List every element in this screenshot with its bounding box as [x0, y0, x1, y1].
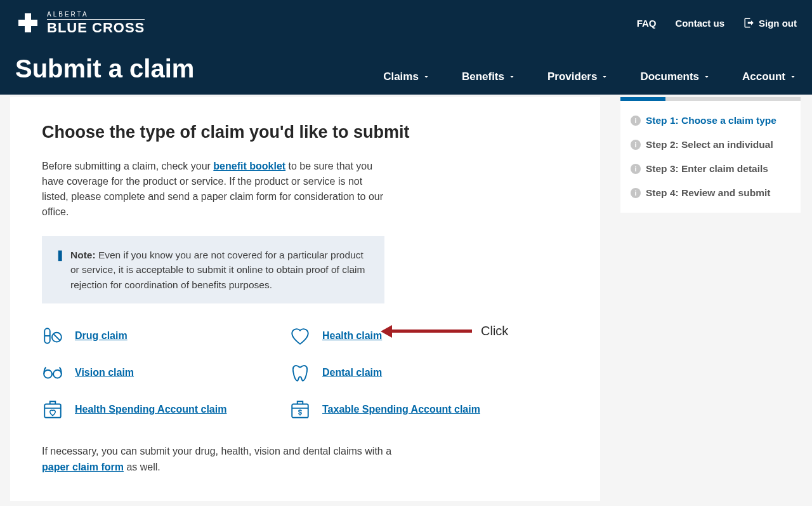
intro-pre: Before submitting a claim, check your [42, 161, 213, 171]
hsa-claim-item: Health Spending Account claim [42, 399, 289, 420]
sign-out-icon [743, 17, 755, 29]
heart-icon [289, 325, 311, 347]
content: Choose the type of claim you'd like to s… [0, 95, 812, 501]
nav-benefits-label: Benefits [462, 70, 504, 83]
health-claim-link[interactable]: Health claim [322, 330, 382, 342]
contact-link[interactable]: Contact us [675, 18, 724, 29]
step-sidebar: i Step 1: Choose a claim type i Step 2: … [620, 97, 801, 501]
header: ALBERTA BLUE CROSS FAQ Contact us Sign o… [0, 0, 812, 95]
claim-type-grid: Drug claim Health claim Vision claim [42, 325, 537, 420]
benefit-booklet-link[interactable]: benefit booklet [213, 161, 285, 171]
step-4-label: Step 4: Review and submit [646, 187, 770, 199]
main-nav: Claims Benefits Providers Documents Acco… [383, 70, 797, 83]
note-text: Note: Even if you know you are not cover… [70, 248, 370, 292]
tsa-claim-link[interactable]: Taxable Spending Account claim [322, 404, 480, 415]
page-title: Submit a claim [15, 55, 194, 83]
pill-icon [42, 325, 63, 347]
svg-point-5 [53, 370, 62, 378]
faq-link[interactable]: FAQ [637, 18, 657, 29]
box-heart-icon [42, 399, 63, 420]
dental-claim-link[interactable]: Dental claim [322, 367, 382, 378]
svg-line-3 [53, 334, 60, 341]
step-2-label: Step 2: Select an individual [646, 139, 773, 150]
main-card: Choose the type of claim you'd like to s… [10, 97, 600, 501]
note-label: Note: [70, 250, 96, 260]
intro-text: Before submitting a claim, check your be… [42, 159, 384, 220]
vision-claim-link[interactable]: Vision claim [75, 367, 134, 378]
top-bar: ALBERTA BLUE CROSS FAQ Contact us Sign o… [15, 10, 797, 36]
plus-icon [15, 10, 41, 36]
nav-claims-label: Claims [383, 70, 419, 83]
step-3-label: Step 3: Enter claim details [646, 163, 768, 175]
glasses-icon [42, 362, 63, 383]
chevron-down-icon [601, 73, 608, 81]
drug-claim-link[interactable]: Drug claim [75, 330, 128, 342]
step-bullet-icon: i [631, 188, 641, 198]
vision-claim-item: Vision claim [42, 362, 289, 383]
chevron-down-icon [789, 73, 797, 81]
step-2[interactable]: i Step 2: Select an individual [629, 133, 792, 157]
step-bullet-icon: i [631, 116, 641, 126]
nav-documents[interactable]: Documents [640, 70, 710, 83]
brand-blue-cross: BLUE CROSS [47, 21, 145, 35]
info-icon: ❚ [56, 248, 64, 292]
top-links: FAQ Contact us Sign out [637, 17, 797, 29]
step-list: i Step 1: Choose a claim type i Step 2: … [620, 101, 801, 213]
step-1-label: Step 1: Choose a claim type [646, 115, 776, 126]
nav-account[interactable]: Account [742, 70, 797, 83]
outro-post: as well. [126, 462, 160, 472]
nav-claims[interactable]: Claims [383, 70, 430, 83]
step-3[interactable]: i Step 3: Enter claim details [629, 157, 792, 181]
progress-done [620, 97, 665, 101]
dental-claim-item: Dental claim [289, 362, 537, 383]
brand-logo[interactable]: ALBERTA BLUE CROSS [15, 10, 145, 36]
brand-text: ALBERTA BLUE CROSS [47, 11, 145, 35]
box-dollar-icon [289, 399, 311, 420]
sign-out-label: Sign out [759, 18, 797, 29]
outro-text: If necessary, you can submit your drug, … [42, 443, 568, 476]
brand-alberta: ALBERTA [47, 11, 145, 20]
nav-documents-label: Documents [640, 70, 699, 83]
sign-out-button[interactable]: Sign out [743, 17, 797, 29]
nav-providers-label: Providers [547, 70, 597, 83]
step-bullet-icon: i [631, 164, 641, 174]
nav-account-label: Account [742, 70, 785, 83]
step-4[interactable]: i Step 4: Review and submit [629, 181, 792, 205]
hsa-claim-link[interactable]: Health Spending Account claim [75, 404, 226, 415]
step-1[interactable]: i Step 1: Choose a claim type [629, 109, 792, 133]
tsa-claim-item: Taxable Spending Account claim [289, 399, 537, 420]
paper-claim-form-link[interactable]: paper claim form [42, 462, 124, 472]
chevron-down-icon [703, 73, 710, 81]
chevron-down-icon [422, 73, 430, 81]
step-bullet-icon: i [631, 140, 641, 150]
nav-benefits[interactable]: Benefits [462, 70, 516, 83]
section-heading: Choose the type of claim you'd like to s… [42, 123, 568, 142]
nav-row: Submit a claim Claims Benefits Providers… [15, 55, 797, 95]
note-box: ❚ Note: Even if you know you are not cov… [42, 236, 384, 303]
svg-point-4 [44, 370, 52, 378]
drug-claim-item: Drug claim [42, 325, 289, 347]
outro-pre: If necessary, you can submit your drug, … [42, 446, 391, 456]
note-body: Even if you know you are not covered for… [70, 250, 365, 290]
health-claim-item: Health claim [289, 325, 537, 347]
tooth-icon [289, 362, 311, 383]
chevron-down-icon [508, 73, 516, 81]
nav-providers[interactable]: Providers [547, 70, 608, 83]
